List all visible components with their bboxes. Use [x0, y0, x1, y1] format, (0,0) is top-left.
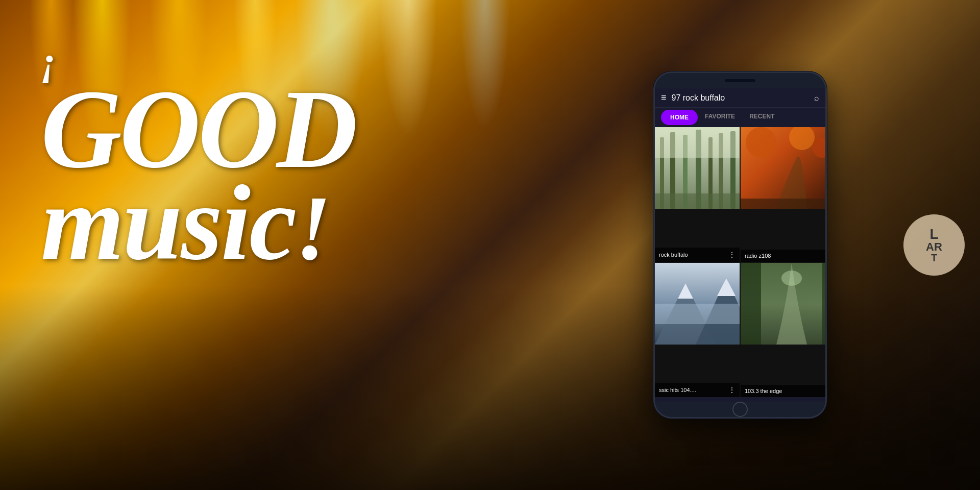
station-label-3: ssic hits 104.... ⋮: [655, 383, 740, 397]
phone-device: ≡ 97 rock buffalo ⌕ HOME FAVORITE RECENT: [653, 71, 827, 419]
svg-rect-22: [741, 263, 761, 345]
badge-line-1: L: [929, 227, 938, 241]
more-icon-1[interactable]: ⋮: [728, 251, 736, 259]
good-text: GOOD: [41, 82, 355, 177]
phone-speaker: [725, 79, 755, 82]
hamburger-icon[interactable]: ≡: [661, 92, 667, 103]
badge-circle: L AR T: [903, 214, 965, 276]
phone-top-bar: [655, 73, 825, 88]
tab-recent[interactable]: RECENT: [742, 108, 781, 127]
station-label-2: radio z108: [741, 250, 825, 262]
svg-point-11: [746, 127, 776, 158]
search-icon[interactable]: ⌕: [814, 93, 819, 103]
badge-line-2: AR: [926, 241, 942, 253]
app-header: ≡ 97 rock buffalo ⌕: [655, 88, 825, 108]
tab-bar: HOME FAVORITE RECENT: [655, 108, 825, 127]
station-thumb-2: [741, 127, 825, 209]
hero-text: ¡ GOOD music!: [41, 41, 355, 268]
svg-rect-23: [822, 263, 825, 345]
badge-line-3: T: [931, 253, 937, 263]
station-thumb-4: [741, 263, 825, 345]
stations-grid: rock buffalo ⋮: [655, 127, 825, 397]
station-name-4: 103.3 the edge: [745, 388, 782, 394]
station-name-2: radio z108: [745, 253, 771, 259]
tab-home[interactable]: HOME: [661, 110, 698, 125]
station-name-1: rock buffalo: [659, 252, 688, 258]
badge-inner: L AR T: [903, 214, 965, 276]
svg-rect-9: [655, 193, 740, 209]
station-thumb-3: [655, 263, 740, 345]
svg-point-24: [781, 271, 802, 286]
station-card-3[interactable]: ssic hits 104.... ⋮: [655, 263, 740, 398]
station-name-3: ssic hits 104....: [659, 387, 696, 393]
phone-screen: ≡ 97 rock buffalo ⌕ HOME FAVORITE RECENT: [655, 88, 825, 402]
station-label-1: rock buffalo ⋮: [655, 248, 740, 262]
music-text: music!: [41, 177, 355, 268]
station-thumb-1: [655, 127, 740, 209]
station-label-4: 103.3 the edge: [741, 385, 825, 397]
phone-bottom-bar: [655, 402, 825, 417]
more-icon-3[interactable]: ⋮: [728, 386, 736, 394]
home-button[interactable]: [732, 402, 748, 417]
svg-rect-8: [655, 127, 740, 158]
tab-favorite[interactable]: FAVORITE: [698, 108, 742, 127]
svg-rect-14: [741, 199, 825, 209]
app-title: 97 rock buffalo: [672, 93, 809, 103]
station-card-2[interactable]: radio z108: [741, 127, 825, 262]
station-card-1[interactable]: rock buffalo ⋮: [655, 127, 740, 262]
phone-wrapper: ≡ 97 rock buffalo ⌕ HOME FAVORITE RECENT: [643, 0, 837, 490]
station-card-4[interactable]: 103.3 the edge: [741, 263, 825, 398]
svg-rect-20: [655, 304, 740, 324]
